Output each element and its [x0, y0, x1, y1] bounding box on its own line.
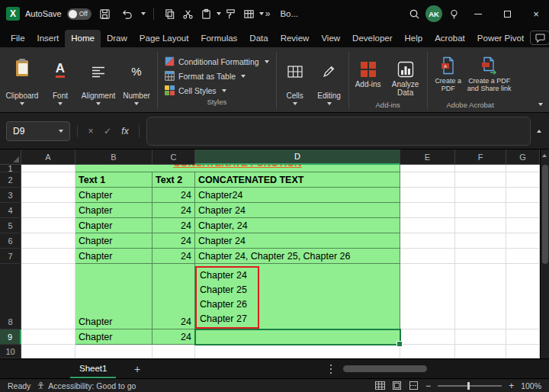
cell-C10[interactable] [152, 345, 195, 358]
tab-view[interactable]: View [315, 30, 346, 47]
save-button[interactable] [97, 5, 114, 23]
maximize-button[interactable] [494, 0, 520, 27]
cell-E4[interactable] [400, 203, 455, 218]
enter-icon[interactable]: ✓ [101, 126, 114, 137]
cell-C6[interactable]: 24 [152, 233, 195, 249]
alignment-group-button[interactable]: Alignment [79, 49, 117, 112]
cell-E3[interactable] [400, 188, 455, 203]
cell-F6[interactable] [455, 233, 506, 249]
zoom-slider[interactable] [438, 385, 502, 387]
cell-G10[interactable] [506, 345, 540, 358]
collapse-ribbon-icon[interactable] [538, 103, 543, 106]
cell-C4[interactable]: 24 [152, 203, 195, 218]
new-sheet-button[interactable]: + [130, 361, 145, 377]
row-header-4[interactable]: 4 [0, 203, 21, 218]
col-header-D[interactable]: D [195, 149, 400, 165]
cell-G8[interactable] [506, 264, 540, 329]
search-icon[interactable] [406, 5, 422, 23]
cell-F4[interactable] [455, 203, 506, 218]
cell-A7[interactable] [21, 249, 75, 264]
cell-F10[interactable] [455, 345, 506, 358]
cell-A8[interactable] [21, 264, 75, 329]
cell-D7[interactable]: Chapter 24, Chapter 25, Chapter 26 [195, 249, 400, 264]
cell-C7[interactable]: 24 [152, 249, 195, 264]
cell-D9-selected[interactable] [195, 329, 400, 345]
cell-E5[interactable] [400, 218, 455, 233]
row-header-6[interactable]: 6 [0, 233, 21, 249]
cell-E7[interactable] [400, 249, 455, 264]
format-painter-icon[interactable] [223, 5, 239, 23]
vertical-scroll-thumb[interactable] [542, 165, 548, 264]
page-layout-view-icon[interactable] [392, 381, 402, 390]
cell-B1-D1-merged[interactable]: CONCATENATE FUNCTION [75, 165, 400, 172]
cell-G7[interactable] [506, 249, 540, 264]
number-group-button[interactable]: % Number [117, 49, 156, 112]
cell-C3[interactable]: 24 [152, 188, 195, 203]
conditional-formatting-button[interactable]: Conditional Formatting [159, 54, 274, 69]
cell-B7[interactable]: Chapter [75, 249, 152, 264]
account-avatar[interactable]: AK [425, 5, 442, 22]
cell-F5[interactable] [455, 218, 506, 233]
comments-button[interactable] [530, 31, 549, 45]
cell-D10[interactable] [195, 345, 400, 358]
tab-help[interactable]: Help [399, 30, 429, 47]
table-dropdown-icon[interactable] [259, 12, 264, 15]
cell-E9[interactable] [400, 329, 455, 345]
tab-page-layout[interactable]: Page Layout [133, 30, 195, 47]
cell-B5[interactable]: Chapter [75, 218, 152, 233]
zoom-in-icon[interactable]: + [509, 381, 514, 391]
row-header-9[interactable]: 9 [0, 329, 21, 345]
cell-G2[interactable] [506, 172, 540, 188]
sheet-tab-sheet1[interactable]: Sheet1 [70, 359, 116, 378]
cell-D6[interactable]: Chapter 24 [195, 233, 400, 249]
close-button[interactable]: × [523, 0, 549, 27]
formula-input[interactable] [146, 117, 531, 146]
cell-A5[interactable] [21, 218, 75, 233]
col-header-F[interactable]: F [455, 149, 506, 165]
cell-B10[interactable] [75, 345, 152, 358]
row-header-10[interactable]: 10 [0, 345, 21, 358]
cell-A6[interactable] [21, 233, 75, 249]
row-header-2[interactable]: 2 [0, 172, 21, 188]
col-header-A[interactable]: A [21, 149, 75, 165]
format-as-table-button[interactable]: Format as Table [159, 69, 274, 83]
cell-F8[interactable] [455, 264, 506, 329]
col-header-C[interactable]: C [152, 149, 195, 165]
expand-formula-bar-icon[interactable] [537, 130, 541, 133]
create-pdf-button[interactable]: A Create a PDF [429, 49, 467, 101]
cell-A4[interactable] [21, 203, 75, 218]
cell-F3[interactable] [455, 188, 506, 203]
cell-A9[interactable] [21, 329, 75, 345]
tab-data[interactable]: Data [243, 30, 274, 47]
insert-function-icon[interactable]: fx [118, 126, 132, 137]
cell-G6[interactable] [506, 233, 540, 249]
row-header-3[interactable]: 3 [0, 188, 21, 203]
copy-icon[interactable] [162, 5, 178, 23]
cell-G1[interactable] [506, 165, 540, 172]
lightbulb-icon[interactable] [445, 5, 462, 23]
cell-E6[interactable] [400, 233, 455, 249]
row-header-7[interactable]: 7 [0, 249, 21, 264]
scroll-up-icon[interactable] [542, 154, 547, 157]
cell-A1[interactable] [21, 165, 75, 172]
col-header-E[interactable]: E [400, 149, 455, 165]
clipboard-group-button[interactable]: Clipboard [3, 49, 41, 112]
cell-D4[interactable]: Chapter 24 [195, 203, 400, 218]
cell-F7[interactable] [455, 249, 506, 264]
name-box[interactable]: D9 [6, 121, 70, 141]
cells-group-button[interactable]: Cells [278, 49, 312, 112]
cell-styles-button[interactable]: Cell Styles [159, 83, 274, 98]
select-all-corner[interactable] [0, 149, 21, 165]
cell-G4[interactable] [506, 203, 540, 218]
col-header-B[interactable]: B [75, 149, 152, 165]
table-icon[interactable] [241, 5, 258, 23]
cell-A3[interactable] [21, 188, 75, 203]
cell-F2[interactable] [455, 172, 506, 188]
cell-C2[interactable]: Text 2 [152, 172, 195, 188]
accessibility-status[interactable]: Accessibility: Good to go [37, 381, 136, 390]
zoom-slider-thumb[interactable] [467, 382, 470, 390]
row-header-1[interactable]: 1 [0, 165, 21, 172]
tab-power-pivot[interactable]: Power Pivot [471, 30, 530, 47]
tab-acrobat[interactable]: Acrobat [429, 30, 471, 47]
horizontal-scroll-thumb[interactable] [343, 365, 427, 372]
